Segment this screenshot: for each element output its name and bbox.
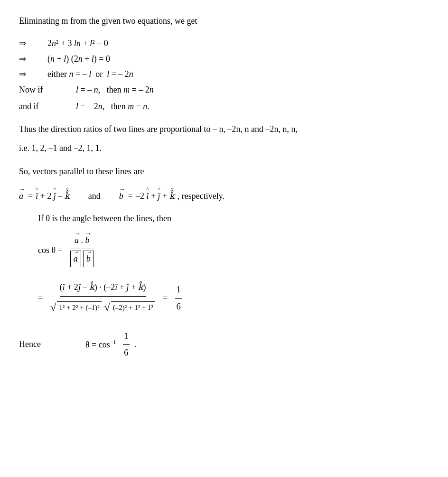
theta-equals: θ = cos–1 — [85, 337, 116, 352]
k-hat: ^ k̂ — [65, 189, 70, 203]
equals-sign-2: = — [163, 291, 168, 305]
j-hat: ^ ĵ — [54, 189, 56, 203]
angle-text: If θ is the angle between the lines, the… — [38, 214, 171, 223]
respectively-text: , respectively. — [177, 189, 224, 203]
vec-a-expr: ^ î + 2 ^ ĵ – ^ k̂ — [36, 189, 70, 203]
ie-paragraph: i.e. 1, 2, –1 and –2, 1, 1. — [19, 141, 429, 156]
eq-body-1: 2n² + 3 ln + l² = 0 — [47, 37, 108, 50]
vec-a-symbol: → a — [19, 189, 23, 203]
nowif-label: Now if — [19, 83, 57, 97]
vec-b-symbol: → b — [119, 189, 123, 203]
equation-block-1: ⇒ 2n² + 3 ln + l² = 0 ⇒ (n + l) (2n + l)… — [19, 37, 429, 81]
a-vec-bottom: → a — [74, 252, 78, 266]
hence-row: Hence θ = cos–1 1 6 . — [19, 329, 429, 360]
i-hat-b: ^ î — [146, 189, 149, 203]
result-denominator: 6 — [177, 299, 181, 314]
hence-fraction: 1 6 — [123, 329, 130, 360]
hence-numerator: 1 — [123, 329, 130, 345]
hence-period: . — [134, 337, 137, 351]
eq-body-2: (n + l) (2n + l) = 0 — [47, 52, 110, 66]
vec-a: → a = ^ î + 2 ^ ĵ – ^ k̂ — [19, 189, 70, 203]
big-fraction: (î + 2ĵ – k̂) · (–2î + ĵ + k̂) √ 1² + 2²… — [50, 281, 155, 316]
hence-denominator: 6 — [124, 345, 128, 360]
cos-theta-block: cos θ = → a . → b → — [38, 234, 429, 267]
and-connector: and — [84, 189, 105, 203]
vec-a-eq: = — [28, 189, 33, 203]
b-vec-bottom: → b — [86, 252, 91, 266]
cos-fraction: → a . → b → a — [70, 234, 94, 267]
vectors-line: → a = ^ î + 2 ^ ĵ – ^ k̂ — [19, 189, 429, 203]
intro-paragraph: Eliminating m from the given two equatio… — [19, 14, 429, 28]
cos-eq-row: cos θ = → a . → b → — [38, 234, 429, 267]
abs-a: → a — [70, 251, 81, 267]
equation-row-1: ⇒ 2n² + 3 ln + l² = 0 — [19, 37, 429, 50]
b-vec-top: → b — [85, 234, 90, 247]
so-vectors-text: So, vectors parallel to these lines are — [19, 167, 144, 176]
big-numerator: (î + 2ĵ – k̂) · (–2î + ĵ + k̂) — [60, 281, 146, 297]
big-denominator: √ 1² + 2² + (–1)² √ (–2)² + 1² + 1² — [50, 297, 155, 316]
ie-text: i.e. 1, 2, –1 and –2, 1, 1. — [19, 143, 102, 153]
hence-equation: θ = cos–1 1 6 . — [85, 329, 136, 360]
equation-row-3: ⇒ either n = – l or l = – 2n — [19, 67, 429, 81]
result-fraction: 1 6 — [175, 283, 182, 314]
equals-sign: = — [38, 291, 43, 305]
vec-b-expr: –2 ^ î + ^ ĵ + ^ k̂ — [136, 189, 175, 203]
result-numerator: 1 — [175, 283, 182, 299]
cos-theta-label: cos θ = — [38, 243, 63, 257]
arrow-2: ⇒ — [19, 52, 47, 66]
vec-b: → b = –2 ^ î + ^ ĵ + ^ k̂ — [119, 189, 224, 203]
intro-text: Eliminating m from the given two equatio… — [19, 16, 197, 26]
nowif-equation: l = – n, then m = – 2n — [76, 83, 154, 97]
cos-denominator: → a → b — [70, 249, 94, 267]
eq-body-3: either n = – l or l = – 2n — [47, 67, 133, 81]
a-vec-top: → a — [75, 234, 79, 247]
direction-ratios-paragraph: Thus the direction ratios of two lines a… — [19, 122, 429, 137]
direction-ratios-text: Thus the direction ratios of two lines a… — [19, 124, 298, 134]
arrow-3: ⇒ — [19, 67, 47, 81]
sqrt-2: √ (–2)² + 1² + 1² — [104, 299, 155, 316]
abs-b: → b — [83, 251, 94, 267]
andif-equation: l = – 2n, then m = n. — [76, 100, 149, 113]
main-content: Eliminating m from the given two equatio… — [19, 14, 429, 360]
nowif-row: Now if l = – n, then m = – 2n — [19, 83, 429, 97]
vec-b-eq: = — [128, 189, 133, 203]
big-fraction-block: = (î + 2ĵ – k̂) · (–2î + ĵ + k̂) √ 1² + … — [38, 281, 429, 316]
so-vectors-paragraph: So, vectors parallel to these lines are — [19, 164, 429, 179]
i-hat: ^ î — [36, 189, 38, 203]
sqrt-1: √ 1² + 2² + (–1)² — [50, 299, 101, 316]
angle-paragraph: If θ is the angle between the lines, the… — [38, 211, 429, 226]
arrow-1: ⇒ — [19, 37, 47, 50]
dot-product-symbol: . — [81, 235, 84, 245]
k-hat-b: ^ k̂ — [169, 189, 175, 203]
hence-label: Hence — [19, 337, 76, 351]
andif-row: and if l = – 2n, then m = n. — [19, 100, 429, 113]
j-hat-b: ^ ĵ — [158, 189, 160, 203]
equation-row-2: ⇒ (n + l) (2n + l) = 0 — [19, 52, 429, 66]
andif-label: and if — [19, 100, 57, 113]
